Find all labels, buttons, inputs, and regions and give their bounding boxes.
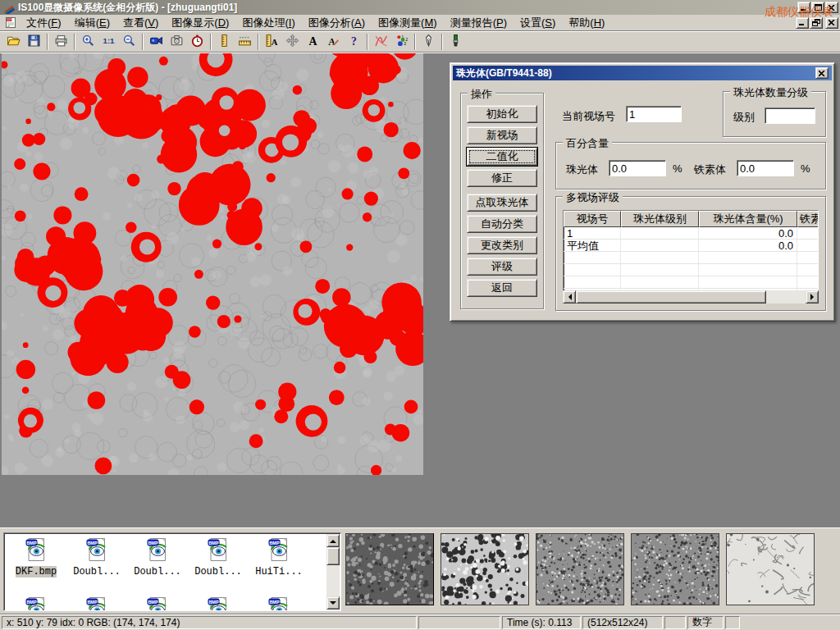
status-panel-5: 数字: [687, 616, 724, 629]
pick-pearlite-button[interactable]: 点取珠光体: [467, 194, 537, 212]
file-scroll-thumb[interactable]: [326, 547, 340, 565]
toolbar-classify-dots-button[interactable]: 123: [391, 33, 412, 51]
file-item[interactable]: BMP: [188, 594, 249, 611]
file-item[interactable]: BMP: [127, 594, 188, 611]
window-minimize-button[interactable]: [797, 2, 810, 13]
toolbar-video-camera-button[interactable]: [146, 33, 167, 51]
toolbar-save-button[interactable]: [24, 33, 44, 51]
menu-item-V[interactable]: 查看(V): [116, 14, 165, 32]
mdi-close-button[interactable]: [825, 17, 838, 29]
toolbar-separator: [258, 34, 259, 50]
file-list-vscrollbar[interactable]: [326, 534, 340, 609]
menu-item-D[interactable]: 图像显示(D): [165, 14, 235, 32]
table-cell: [699, 276, 797, 288]
scroll-down-icon[interactable]: [326, 596, 340, 609]
window-maximize-button[interactable]: [811, 2, 824, 13]
file-item[interactable]: BMPDoubl...: [66, 535, 127, 594]
toolbar-zoom-in-button[interactable]: [78, 33, 98, 51]
current-field-input[interactable]: [626, 106, 682, 122]
scroll-thumb[interactable]: [576, 290, 766, 304]
toolbar-curve-button[interactable]: [371, 33, 391, 51]
file-item[interactable]: BMPDoubl...: [188, 535, 249, 594]
pearlite-percent-input[interactable]: [609, 160, 666, 176]
table-row[interactable]: 平均值0.0: [564, 240, 819, 252]
scroll-left-icon[interactable]: [563, 290, 576, 304]
video-camera-icon: [149, 34, 163, 50]
table-header-1[interactable]: 珠光体级别: [621, 211, 699, 227]
thumbnail-3[interactable]: [536, 533, 624, 605]
table-header-0[interactable]: 视场号: [564, 211, 621, 227]
toolbar-move-button[interactable]: [282, 33, 303, 51]
toolbar-open-button[interactable]: [3, 33, 24, 51]
menu-item-P[interactable]: 测量报告(P): [444, 14, 514, 32]
status-panel-6: [725, 616, 740, 629]
table-header-3[interactable]: 铁素体含量(%): [797, 211, 819, 227]
toolbar-text-button[interactable]: A: [303, 33, 323, 51]
grade-input[interactable]: [765, 107, 815, 124]
menu-item-I[interactable]: 图像处理(I): [235, 14, 301, 32]
grade-group: 珠光体数量分级 级别: [723, 91, 826, 137]
grade-button[interactable]: 评级: [467, 258, 537, 276]
toolbar-separator: [142, 34, 144, 50]
menu-item-H[interactable]: 帮助(H): [562, 14, 611, 32]
file-item[interactable]: BMP: [249, 594, 309, 611]
change-class-button[interactable]: 更改类别: [467, 236, 537, 254]
thumbnail-2[interactable]: [441, 533, 529, 605]
toolbar-zoom-out-button[interactable]: [119, 33, 139, 51]
file-item[interactable]: BMP: [66, 594, 127, 611]
metallograph-image[interactable]: [2, 53, 423, 475]
dialog-close-icon[interactable]: [815, 67, 829, 79]
table-header-2[interactable]: 珠光体含量(%): [699, 211, 797, 227]
scroll-right-icon[interactable]: [806, 290, 819, 304]
menu-item-A[interactable]: 图像分析(A): [302, 14, 372, 32]
table-hscrollbar[interactable]: [563, 290, 819, 304]
toolbar-ruler-text-button[interactable]: A: [262, 33, 282, 51]
binarize-button[interactable]: 二值化: [467, 148, 537, 166]
window-close-button[interactable]: [825, 2, 838, 13]
file-name: DKF.bmp: [16, 566, 57, 578]
file-item[interactable]: BMPHuiTi...: [249, 535, 309, 594]
return-button[interactable]: 返回: [467, 279, 537, 297]
thumbnail-4[interactable]: [631, 533, 719, 605]
help-icon: ?: [347, 34, 361, 50]
toolbar-camera-button[interactable]: [167, 33, 187, 51]
init-button[interactable]: 初始化: [467, 105, 537, 123]
toolbar-help-button[interactable]: ?: [344, 33, 364, 51]
toolbar-brush-button[interactable]: [445, 33, 466, 51]
toolbar-pen-button[interactable]: [418, 33, 439, 51]
toolbar-ruler-horizontal-button[interactable]: [235, 33, 255, 51]
file-item[interactable]: BMP: [6, 594, 66, 611]
thumbnail-1[interactable]: [345, 533, 434, 605]
toolbar-ruler-vertical-button[interactable]: [214, 33, 235, 51]
file-item[interactable]: BMPDKF.bmp: [6, 535, 66, 594]
dialog-title-bar[interactable]: 珠光体(GB/T9441-88): [453, 66, 832, 80]
new-field-button[interactable]: 新视场: [467, 126, 537, 144]
scroll-up-icon[interactable]: [326, 534, 340, 547]
document-icon[interactable]: DOC: [4, 16, 17, 30]
rating-table[interactable]: 视场号珠光体级别珠光体含量(%)铁素体含量(%)10.0平均值0.0: [563, 210, 819, 302]
file-name: Doubl...: [73, 566, 121, 578]
table-row[interactable]: [564, 252, 819, 264]
file-list: BMPDKF.bmpBMPDoubl...BMPDoubl...BMPDoubl…: [3, 532, 341, 611]
svg-text:BMP: BMP: [87, 600, 98, 605]
table-row[interactable]: [564, 276, 819, 289]
table-row[interactable]: 10.0: [564, 227, 819, 240]
auto-classify-button[interactable]: 自动分类: [467, 215, 537, 233]
menu-item-M[interactable]: 图像测量(M): [372, 14, 444, 32]
table-cell: 0.0: [699, 240, 797, 251]
toolbar-actual-size-button[interactable]: 1:1: [98, 33, 119, 51]
mdi-restore-button[interactable]: [810, 17, 823, 29]
table-row[interactable]: [564, 264, 819, 276]
correct-button[interactable]: 修正: [467, 169, 537, 187]
menu-item-F[interactable]: 文件(F): [20, 14, 68, 32]
file-item[interactable]: BMPDoubl...: [127, 535, 188, 594]
table-cell: [564, 276, 621, 288]
toolbar-print-button[interactable]: [51, 33, 71, 51]
menu-item-S[interactable]: 设置(S): [514, 14, 562, 32]
toolbar-timer-button[interactable]: [187, 33, 208, 51]
thumbnail-5[interactable]: [726, 533, 815, 605]
toolbar-text-edit-button[interactable]: A: [323, 33, 344, 51]
menu-item-E[interactable]: 编辑(E): [68, 14, 116, 32]
mdi-minimize-button[interactable]: [796, 17, 809, 29]
ferrite-percent-input[interactable]: [737, 160, 794, 176]
